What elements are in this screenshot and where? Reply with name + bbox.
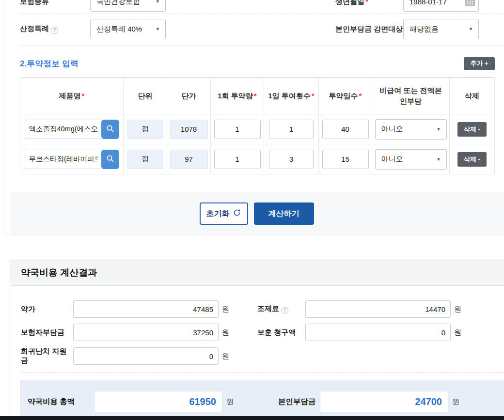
calendar-icon[interactable] [465,0,475,6]
reduction-select[interactable]: 해당없음 ▼ [403,19,479,39]
reduction-value: 해당없음 [410,25,439,34]
medication-section-title: 2.투약정보 입력 [20,58,79,69]
refresh-icon [233,208,241,219]
insurance-type-label: 보험종류 [20,0,90,6]
search-icon [106,155,114,164]
results-card: 약국비용 계산결과 약가 47485 원 조제료? 14470 원 보험자부담금… [10,260,504,420]
special-case-select[interactable]: 산정특례 40% ▼ [90,19,166,39]
help-icon[interactable]: ? [281,307,288,314]
birthdate-value: 1988-01-17 [410,0,447,6]
currency-unit: 원 [226,397,234,406]
self-pay-label: 본인부담금 [278,397,320,407]
required-mark: * [365,0,368,5]
table-header-row: 제품명* 단위 단가 1회 투약량* 1일 투여횟수* 투약일수* 비급여 또는… [20,78,494,114]
price-field: 97 [170,150,208,169]
birthdate-input[interactable]: 1988-01-17 [403,0,479,12]
pharmacy-cost-calculator-page: 보험종류 국민건강보험 ▼ 생년월일* 1988-01-17 산정 [0,0,504,420]
dose-input[interactable] [214,150,261,169]
special-case-label: 산정특례? [20,24,90,34]
section-divider [20,45,504,46]
table-row: 정 97 아니오 ▼ 삭제 - [20,144,494,174]
noncovered-select[interactable]: 아니오 ▼ [375,149,447,170]
calculate-button[interactable]: 계산하기 [254,202,314,225]
chevron-down-icon: ▼ [156,27,160,31]
results-header: 약국비용 계산결과 [10,260,504,286]
delete-row-button[interactable]: 삭제 - [457,122,487,137]
self-pay-field: 24700 [320,391,448,412]
insurance-type-select[interactable]: 국민건강보험 ▼ [90,0,166,12]
dispense-fee-label: 조제료? [257,304,305,314]
currency-unit: 원 [454,305,461,314]
days-input[interactable] [322,150,369,169]
col-header-noncovered: 비급여 또는 전액본인부담 [372,78,450,114]
results-divider [21,372,504,373]
days-input[interactable] [322,120,369,139]
col-header-price: 단가 [167,78,211,114]
col-header-unit: 단위 [124,78,167,114]
col-header-times: 1일 투여횟수* [264,78,319,114]
add-row-button[interactable]: 추가 + [464,57,495,70]
drug-price-field: 47485 [73,300,219,318]
veterans-claim-field: 0 [305,324,451,341]
drug-price-label: 약가 [21,305,73,314]
col-header-product: 제품명* [20,78,124,114]
col-header-days: 투약일수* [319,78,372,114]
delete-row-button[interactable]: 삭제 - [457,152,487,167]
results-title: 약국비용 계산결과 [21,266,97,279]
medication-table: 제품명* 단위 단가 1회 투약량* 1일 투여횟수* 투약일수* 비급여 또는… [20,78,495,174]
insurer-share-field: 37250 [73,324,219,341]
times-per-day-input[interactable] [269,120,314,139]
col-header-dose: 1회 투약량* [211,78,264,114]
rare-support-field: 0 [73,347,219,365]
currency-unit: 원 [222,328,229,337]
total-cost-label: 약국비용 총액 [27,397,94,407]
insurer-share-label: 보험자부담금 [21,328,73,337]
table-row: 정 1078 아니오 ▼ 삭제 - [20,114,494,144]
unit-field: 정 [127,150,163,169]
chevron-down-icon: ▼ [469,27,473,31]
totals-band: 약국비용 총액 61950 원 본인부담금 24700 원 [20,380,504,420]
insurance-type-value: 국민건강보험 [96,0,140,6]
total-cost-field: 61950 [94,391,222,412]
col-header-delete: 삭제 [450,78,494,114]
chevron-down-icon: ▼ [437,127,441,132]
reset-button[interactable]: 초기화 [200,202,248,225]
rare-support-label: 희귀난치 지원금 [21,347,73,365]
currency-unit: 원 [222,305,229,314]
product-search-button[interactable] [101,150,119,169]
unit-field: 정 [127,120,163,139]
birthdate-label: 생년월일* [335,0,403,6]
times-per-day-input[interactable] [269,150,314,169]
bottom-bar [0,416,504,420]
product-input[interactable] [25,150,102,169]
help-icon[interactable]: ? [51,27,58,34]
dispense-fee-field: 14470 [305,300,451,318]
form-footer: 초기화 계산하기 [10,192,504,235]
currency-unit: 원 [222,352,229,361]
search-icon [106,124,114,134]
product-input[interactable] [25,120,102,139]
noncovered-select[interactable]: 아니오 ▼ [375,119,447,140]
reduction-label: 본인부담금 감면대상 [335,25,403,34]
medication-form-card: 보험종류 국민건강보험 ▼ 생년월일* 1988-01-17 산정 [4,0,504,235]
product-search-button[interactable] [101,120,119,139]
price-field: 1078 [170,120,208,139]
chevron-down-icon: ▼ [437,157,441,162]
veterans-claim-label: 보훈 청구액 [257,328,305,337]
chevron-down-icon: ▼ [156,0,160,4]
currency-unit: 원 [452,397,459,406]
currency-unit: 원 [454,328,461,337]
special-case-value: 산정특례 40% [96,25,142,34]
dose-input[interactable] [214,120,261,139]
